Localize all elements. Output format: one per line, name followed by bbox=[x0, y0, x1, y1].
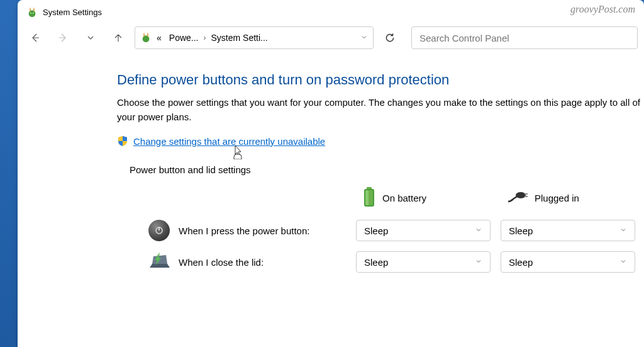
back-button[interactable] bbox=[24, 26, 47, 49]
column-header-plugged: Plugged in bbox=[501, 190, 644, 206]
settings-grid: On battery Plugged in When I press the p… bbox=[117, 186, 644, 273]
window: groovyPost.com System Settings « Powe...… bbox=[18, 0, 644, 347]
power-button-plugged-select[interactable]: Sleep bbox=[501, 220, 635, 241]
window-title: System Settings bbox=[43, 8, 102, 17]
main-content: Define power buttons and turn on passwor… bbox=[18, 55, 644, 273]
shield-icon bbox=[117, 135, 128, 147]
chevron-down-icon bbox=[619, 226, 627, 236]
cursor-icon bbox=[231, 144, 244, 159]
recent-dropdown[interactable] bbox=[79, 26, 102, 49]
watermark: groovyPost.com bbox=[570, 4, 635, 15]
select-value: Sleep bbox=[364, 257, 388, 268]
breadcrumb[interactable]: « Powe... › System Setti... bbox=[135, 26, 374, 49]
power-button-icon bbox=[148, 220, 170, 241]
lid-plugged-select[interactable]: Sleep bbox=[501, 251, 635, 273]
svg-point-8 bbox=[516, 192, 526, 198]
svg-rect-9 bbox=[525, 193, 528, 195]
breadcrumb-prefix: « bbox=[154, 30, 164, 45]
select-value: Sleep bbox=[509, 257, 533, 268]
power-button-battery-select[interactable]: Sleep bbox=[356, 220, 491, 241]
select-value: Sleep bbox=[509, 225, 533, 236]
forward-button[interactable] bbox=[52, 26, 74, 49]
breadcrumb-icon bbox=[140, 31, 152, 45]
row-label-text: When I press the power button: bbox=[179, 225, 309, 236]
lid-row-label: When I close the lid: bbox=[117, 251, 356, 273]
lid-battery-select[interactable]: Sleep bbox=[356, 251, 491, 273]
breadcrumb-item[interactable]: System Setti... bbox=[209, 30, 270, 45]
power-button-row-label: When I press the power button: bbox=[117, 220, 356, 241]
chevron-right-icon: › bbox=[204, 33, 206, 42]
chevron-down-icon bbox=[475, 258, 482, 267]
laptop-lid-icon bbox=[148, 251, 170, 273]
svg-point-3 bbox=[143, 35, 150, 42]
column-label: Plugged in bbox=[535, 193, 579, 203]
page-description: Choose the power settings that you want … bbox=[117, 96, 644, 124]
app-icon bbox=[26, 6, 38, 18]
plug-icon bbox=[507, 190, 528, 206]
change-settings-row: Change settings that are currently unava… bbox=[117, 135, 644, 147]
titlebar: System Settings bbox=[18, 0, 644, 24]
svg-rect-7 bbox=[365, 190, 369, 205]
row-label-text: When I close the lid: bbox=[179, 257, 264, 268]
svg-point-0 bbox=[29, 10, 36, 17]
section-title: Power button and lid settings bbox=[117, 164, 644, 175]
chevron-down-icon bbox=[619, 258, 627, 267]
page-title: Define power buttons and turn on passwor… bbox=[117, 72, 644, 88]
svg-point-2 bbox=[33, 13, 34, 14]
up-button[interactable] bbox=[107, 26, 130, 49]
navbar: « Powe... › System Setti... bbox=[18, 24, 644, 55]
refresh-button[interactable] bbox=[379, 26, 401, 49]
breadcrumb-item[interactable]: Powe... bbox=[167, 30, 201, 45]
change-settings-link[interactable]: Change settings that are currently unava… bbox=[133, 136, 325, 147]
column-header-battery: On battery bbox=[356, 186, 501, 210]
search-input[interactable] bbox=[411, 26, 638, 49]
column-label: On battery bbox=[382, 193, 426, 203]
select-value: Sleep bbox=[364, 225, 388, 236]
svg-point-1 bbox=[30, 13, 31, 14]
svg-rect-10 bbox=[525, 196, 528, 197]
chevron-down-icon bbox=[475, 226, 482, 236]
battery-icon bbox=[362, 186, 376, 210]
chevron-down-icon[interactable] bbox=[360, 33, 368, 43]
